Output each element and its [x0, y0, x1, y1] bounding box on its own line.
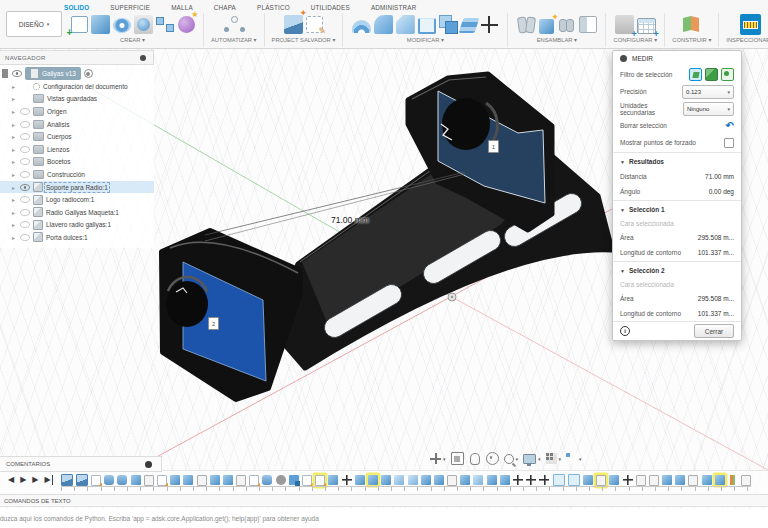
tree-item[interactable]: ▸Construcción [0, 168, 154, 181]
timeline-feature-ext-icon[interactable] [662, 475, 672, 485]
component-filter-icon[interactable] [705, 68, 718, 81]
offset-icon[interactable] [458, 18, 479, 33]
expand-caret-icon[interactable]: ▸ [12, 171, 17, 178]
info-icon[interactable]: i [620, 326, 630, 336]
expand-caret-icon[interactable]: ▸ [12, 146, 17, 153]
timeline-feature-ext2-icon[interactable] [408, 475, 418, 485]
timeline-feature-sketch-icon[interactable] [315, 475, 325, 486]
fillet2-icon[interactable] [396, 15, 415, 34]
tree-item[interactable]: ▸Bocetos [0, 156, 154, 169]
clear-selection-icon[interactable]: ↶ [726, 122, 734, 130]
chevron-down-icon[interactable]: ▾ [443, 456, 446, 462]
tree-item[interactable]: ▸Logo radiocom:1 [0, 193, 154, 206]
timeline-feature-ext-icon[interactable] [368, 475, 378, 485]
text-commands-header[interactable]: COMANDOS DE TEXTO [0, 494, 768, 507]
tab-superficie[interactable]: SUPERFICIE [110, 4, 150, 11]
expand-caret-icon[interactable]: ▸ [12, 234, 17, 241]
tree-item[interactable]: ▸Llavero radio gallyas:1 [0, 219, 154, 232]
group-label[interactable]: MODIFICAR ▾ [407, 37, 444, 43]
timeline-feature-doc-icon[interactable] [596, 475, 606, 486]
close-button[interactable]: Cerrar [694, 324, 734, 338]
navigator-header[interactable]: NAVEGADOR [0, 50, 154, 65]
tree-root[interactable]: Gallyas v13 [0, 67, 154, 80]
joint-icon[interactable] [557, 15, 576, 34]
timeline-feature-sketch-icon[interactable] [157, 475, 167, 486]
timeline-feature-ext-icon[interactable] [131, 475, 141, 485]
group-label[interactable]: AUTOMATIZAR ▾ [211, 37, 257, 43]
hand-icon[interactable] [470, 453, 480, 465]
move-icon[interactable] [480, 15, 499, 34]
timeline-feature-ext-icon[interactable] [715, 475, 725, 485]
expand-caret-icon[interactable]: ▸ [12, 196, 17, 203]
timeline-feature-clip-icon[interactable] [568, 474, 580, 486]
group-label[interactable]: ENSAMBLAR ▾ [537, 37, 577, 43]
chevron-down-icon[interactable]: ▾ [579, 456, 582, 462]
timeline-feature-doc-icon[interactable] [636, 475, 646, 486]
timeline-feature-canvas-icon[interactable] [262, 475, 272, 485]
visibility-eye-icon[interactable] [20, 158, 30, 165]
timeline-feature-clip-icon[interactable] [553, 474, 565, 486]
navigator-collapse-icon[interactable] [140, 55, 146, 61]
timeline-feature-ext-icon[interactable] [609, 475, 619, 485]
timeline-feature-doc-icon[interactable] [741, 475, 751, 486]
expand-caret-icon[interactable]: ▸ [12, 83, 17, 90]
tree-item[interactable]: ▸Análisis [0, 118, 154, 131]
timeline-feature-canvas-icon[interactable] [104, 475, 114, 485]
orbit-icon[interactable] [486, 452, 499, 465]
timeline-feature-ext-icon[interactable] [487, 475, 497, 485]
timeline-feature-move-icon[interactable] [342, 475, 352, 485]
chevron-down-icon[interactable]: ▾ [538, 456, 541, 462]
insert-sketch-icon[interactable] [306, 16, 323, 33]
step-last-button[interactable]: ▶ [44, 475, 52, 485]
group-label[interactable]: CREAR ▾ [120, 37, 145, 43]
look-at-icon[interactable] [451, 452, 464, 465]
timeline-feature-doc-icon[interactable] [649, 475, 659, 486]
timeline-feature-ext-icon[interactable] [381, 475, 391, 485]
chevron-down-icon[interactable]: ▾ [516, 456, 519, 462]
extrude-icon[interactable] [91, 15, 110, 34]
display-icon[interactable] [523, 454, 536, 464]
timeline-feature-doc-icon[interactable] [144, 475, 154, 486]
play-button[interactable]: ▶ [20, 475, 26, 485]
visibility-eye-icon[interactable] [20, 108, 30, 115]
tab-malla[interactable]: MALLA [171, 4, 193, 11]
timeline-feature-sketch-icon[interactable] [249, 475, 259, 486]
pan-icon[interactable] [430, 453, 441, 464]
new-component-icon[interactable] [517, 15, 536, 34]
visibility-eye-icon[interactable] [20, 196, 30, 203]
measure-icon[interactable] [740, 14, 761, 35]
visibility-eye-icon[interactable] [20, 184, 30, 191]
bracket-model[interactable] [162, 74, 612, 399]
expand-caret-icon[interactable]: ▸ [12, 158, 17, 165]
timeline-feature-ext-icon[interactable] [434, 475, 444, 485]
component-star-icon[interactable] [539, 19, 554, 34]
step-forward-button[interactable]: ▶ [32, 475, 38, 485]
form-icon[interactable] [178, 16, 195, 33]
shell-icon[interactable] [418, 18, 436, 34]
expand-caret-icon[interactable]: ▸ [12, 121, 17, 128]
fillet-icon[interactable] [374, 15, 393, 34]
grid-icon[interactable] [546, 453, 557, 464]
viewports-icon[interactable] [566, 453, 577, 464]
configure-icon[interactable] [615, 15, 634, 34]
timeline-feature-ext2-icon[interactable] [473, 475, 483, 485]
visibility-eye-icon[interactable] [20, 121, 30, 128]
automate-icon[interactable] [223, 15, 244, 34]
visibility-eye-icon[interactable] [20, 133, 30, 140]
expand-caret-icon[interactable]: ▸ [12, 108, 17, 115]
timeline-feature-move-icon[interactable] [623, 475, 633, 485]
timeline-feature-sketch-icon[interactable] [91, 475, 101, 486]
timeline-feature-ext-icon[interactable] [210, 475, 220, 485]
selection2-section-header[interactable]: ▼Selección 2 [613, 263, 741, 278]
tree-item[interactable]: ▸Vistas guardadas [0, 93, 154, 106]
timeline-feature-doc-icon[interactable] [688, 475, 698, 486]
as-built-icon[interactable] [579, 16, 597, 33]
insert-image-icon[interactable] [284, 15, 303, 34]
tree-item[interactable]: ▸Configuración del documento [0, 80, 154, 93]
timeline-feature-ext-icon[interactable] [583, 475, 593, 485]
tree-item[interactable]: ▸Radio Gallyas Maqueta:1 [0, 206, 154, 219]
visibility-eye-icon[interactable] [12, 70, 22, 77]
visibility-eye-icon[interactable] [20, 221, 30, 228]
zoom-icon[interactable] [504, 454, 514, 464]
origin-point[interactable] [448, 293, 456, 301]
